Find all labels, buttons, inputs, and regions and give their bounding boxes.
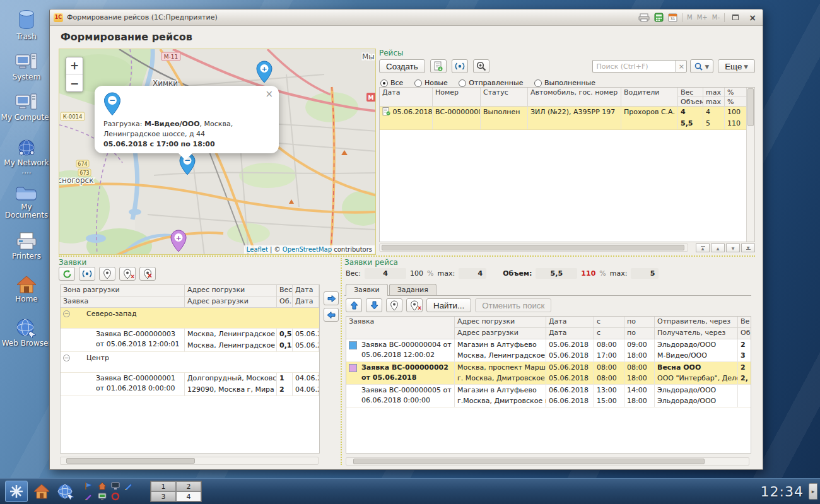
filter-sent[interactable]: Отправленные — [459, 79, 523, 87]
col-weight[interactable]: Вес — [678, 88, 703, 97]
move-up-button[interactable] — [346, 298, 362, 312]
trip-row[interactable]: 05.06.2018 ВС-000000001 Выполнен ЗИЛ (№2… — [380, 107, 747, 130]
map-panel[interactable]: М-11 К-0014 674 673 М Химки Мы Красногор… — [59, 49, 376, 255]
shortcut-pen2-icon[interactable] — [85, 493, 93, 501]
go-last-button[interactable]: ▼ — [741, 243, 755, 252]
add-to-trip-button[interactable] — [324, 291, 339, 305]
memory-button[interactable]: M — [687, 14, 693, 21]
search-clear-button[interactable]: × — [676, 60, 687, 73]
print-icon[interactable] — [638, 13, 650, 22]
trip-request-row[interactable]: Заявка ВС-000000004 от 05.06.2018 12:00:… — [346, 339, 751, 362]
collapse-icon[interactable]: − — [63, 310, 70, 317]
go-next-button[interactable]: ▼ — [726, 243, 740, 252]
titlebar[interactable]: 1С Формирование рейсов (1С:Предприятие) … — [50, 9, 763, 26]
memory-plus-button[interactable]: M+ — [697, 14, 708, 21]
col-date[interactable]: Дата — [293, 285, 319, 296]
calendar-icon[interactable]: 31 — [668, 13, 677, 22]
col-date[interactable]: Дата — [380, 88, 433, 107]
workspace-4-active[interactable]: 4 — [176, 491, 201, 501]
show-on-map-button[interactable] — [99, 267, 115, 281]
col-volume[interactable]: Об — [738, 328, 751, 339]
trips-horizontal-scrollbar[interactable] — [379, 243, 688, 252]
map-marker-north[interactable]: + — [256, 61, 272, 83]
col-load-address[interactable]: Адрес погрузки — [455, 317, 546, 328]
shortcut-monitor-icon[interactable] — [111, 482, 120, 490]
cancel-search-button[interactable]: Отменить поиск — [475, 298, 551, 312]
col-date2[interactable]: Дата — [546, 328, 594, 339]
desktop-icon-trash[interactable]: Trash — [0, 9, 53, 41]
col-weight-max[interactable]: max — [703, 88, 725, 97]
filter-done[interactable]: Выполненные — [534, 79, 595, 87]
workspace-3[interactable]: 3 — [151, 491, 176, 501]
broadcast-button[interactable] — [452, 59, 468, 73]
taskbar-home-button[interactable] — [30, 481, 53, 502]
clear-map-button[interactable]: × — [139, 267, 156, 281]
col-receiver[interactable]: Получатель, через — [655, 328, 738, 339]
find-button[interactable]: Найти... — [426, 298, 471, 312]
shortcut-flag-icon[interactable] — [85, 482, 93, 490]
remove-from-map-button[interactable]: × — [119, 267, 136, 281]
shortcut-green-monitor-icon[interactable] — [98, 493, 107, 501]
desktop-icon-my-documents[interactable]: My Documents — [0, 184, 53, 220]
request-row[interactable]: Заявка ВС-000000001 от 01.06.2018 0:00:0… — [61, 373, 319, 396]
taskbar-start-button[interactable] — [5, 481, 28, 502]
remove-from-trip-button[interactable] — [324, 308, 339, 322]
col-volume-pct[interactable]: % — [725, 97, 747, 107]
go-first-button[interactable]: ▲ — [696, 243, 710, 252]
taskbar-browser-button[interactable] — [54, 481, 77, 502]
zoom-out-button[interactable]: − — [66, 74, 83, 91]
refresh-button[interactable] — [59, 267, 75, 281]
trip-requests-horizontal-scrollbar[interactable] — [346, 457, 749, 466]
show-on-map-button[interactable] — [386, 298, 402, 312]
col-load-address[interactable]: Адрес погрузки — [185, 285, 277, 296]
create-button[interactable]: Создать — [379, 59, 425, 73]
search-button[interactable]: ▾ — [690, 59, 713, 73]
col-weight-pct[interactable]: % — [725, 88, 747, 97]
col-date2[interactable]: Дата — [293, 296, 319, 308]
shortcut-red-ring-icon[interactable] — [111, 492, 120, 501]
workspace-1[interactable]: 1 — [151, 481, 176, 491]
col-volume[interactable]: Объем — [678, 97, 703, 107]
taskbar-clock[interactable]: 12:34 — [761, 484, 804, 500]
horizontal-splitter[interactable] — [59, 255, 755, 257]
col-number[interactable]: Номер — [433, 88, 481, 107]
more-button[interactable]: Еще ▾ — [718, 59, 755, 73]
tab-requests[interactable]: Заявки — [346, 284, 388, 296]
col-request[interactable]: Заявка — [346, 317, 455, 339]
group-row-northwest[interactable]: − Северо-запад — [61, 308, 319, 329]
map-marker-purple[interactable]: + — [170, 230, 187, 252]
copy-button[interactable] — [430, 59, 447, 73]
shortcut-home-icon[interactable] — [98, 482, 107, 490]
calculator-icon[interactable] — [654, 13, 664, 22]
desktop-icon-printers[interactable]: Printers — [0, 232, 53, 261]
restore-button[interactable] — [729, 12, 742, 23]
col-weight[interactable]: Вес — [277, 285, 293, 296]
zoom-in-button[interactable]: + — [66, 57, 83, 74]
col-unload-address[interactable]: Адрес разгрузки — [455, 328, 546, 339]
filter-new[interactable]: Новые — [414, 79, 448, 87]
remove-from-map-button[interactable]: × — [406, 298, 423, 312]
search-input[interactable] — [592, 60, 676, 73]
col-to[interactable]: по — [624, 317, 655, 328]
col-vehicle[interactable]: Автомобиль, гос. номер — [528, 88, 621, 107]
col-unload-address[interactable]: Адрес разгрузки — [185, 296, 277, 308]
col-sender[interactable]: Отправитель, через — [655, 317, 738, 328]
desktop-icon-web-browser[interactable]: Web Browser — [0, 318, 53, 348]
workspace-2[interactable]: 2 — [176, 481, 201, 491]
col-weight[interactable]: Ве — [738, 317, 751, 328]
close-button[interactable]: × — [746, 12, 759, 23]
move-down-button[interactable] — [366, 298, 382, 312]
trip-request-row-selected[interactable]: Заявка ВС-000000002 от 05.06.2018 12:00:… — [346, 362, 751, 385]
col-status[interactable]: Статус — [481, 88, 528, 107]
memory-minus-button[interactable]: M- — [712, 14, 720, 21]
zoom-map-button[interactable] — [473, 59, 489, 73]
group-row-center[interactable]: − Центр — [61, 352, 319, 373]
filter-all[interactable]: Все — [380, 79, 403, 87]
shortcut-pen-icon[interactable] — [124, 482, 133, 490]
tray-expand-button[interactable]: ▸ — [809, 483, 817, 500]
desktop-icon-my-computer[interactable]: My Computer — [0, 93, 53, 122]
go-prev-button[interactable]: ▲ — [711, 243, 725, 252]
col-from2[interactable]: с — [594, 328, 624, 339]
broadcast-button[interactable] — [79, 267, 95, 281]
trips-vertical-scrollbar[interactable] — [746, 88, 754, 242]
